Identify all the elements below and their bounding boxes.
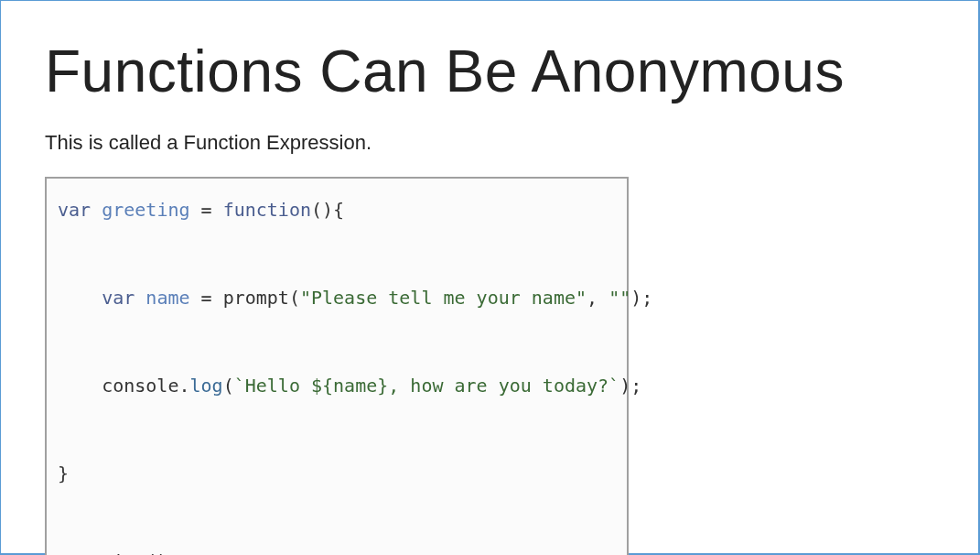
code-token: = (201, 199, 212, 221)
code-token: name (145, 287, 189, 309)
slide-title: Functions Can Be Anonymous (45, 38, 934, 105)
code-token: (){ (311, 199, 344, 221)
code-token: ); (619, 375, 641, 397)
code-token: "" (608, 287, 630, 309)
code-token: prompt (223, 287, 289, 309)
code-token: greeting (102, 199, 189, 221)
code-token: ( (223, 375, 234, 397)
code-token: ); (630, 287, 652, 309)
code-token: function (223, 199, 311, 221)
slide-frame: Functions Can Be Anonymous This is calle… (0, 0, 980, 555)
code-block: var greeting = function(){ var name = pr… (45, 177, 629, 555)
code-token: log (190, 375, 223, 397)
code-token: = (201, 287, 212, 309)
code-token: var (58, 199, 91, 221)
slide-subtitle: This is called a Function Expression. (45, 131, 934, 155)
code-token: `Hello (234, 375, 311, 397)
code-token: ( (289, 287, 300, 309)
code-token: greeting (58, 550, 145, 555)
code-token: , how are you today?` (388, 375, 619, 397)
code-token: (); (145, 550, 178, 555)
code-token: } (58, 462, 69, 484)
code-token: ${name} (311, 375, 388, 397)
code-token: , (587, 287, 608, 309)
code-token: "Please tell me your name" (300, 287, 587, 309)
code-token: var (102, 287, 135, 309)
